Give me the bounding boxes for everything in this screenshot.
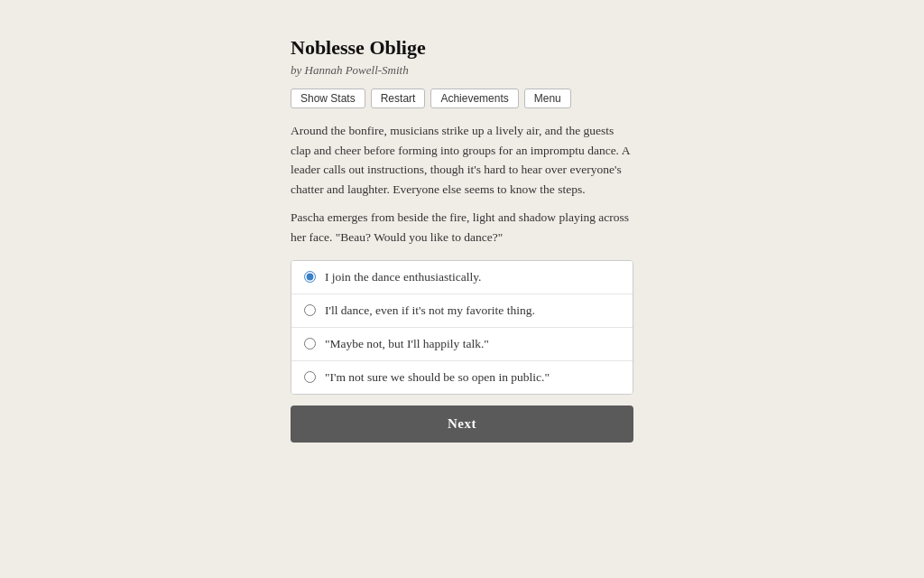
choice-item-3[interactable]: "Maybe not, but I'll happily talk." — [291, 328, 633, 361]
choice-label-4: "I'm not sure we should be so open in pu… — [325, 370, 550, 385]
choice-radio-4[interactable] — [304, 371, 316, 383]
choice-item-2[interactable]: I'll dance, even if it's not my favorite… — [291, 294, 633, 328]
page-container: Noblesse Oblige by Hannah Powell-Smith S… — [0, 0, 924, 479]
story-paragraph-2: Pascha emerges from beside the fire, lig… — [291, 208, 633, 247]
story-title: Noblesse Oblige — [291, 36, 633, 60]
choice-label-3: "Maybe not, but I'll happily talk." — [325, 337, 489, 351]
menu-button[interactable]: Menu — [524, 89, 571, 108]
show-stats-button[interactable]: Show Stats — [291, 89, 365, 108]
choices-box: I join the dance enthusiastically. I'll … — [291, 260, 633, 395]
story-author: by Hannah Powell-Smith — [291, 63, 633, 78]
choice-label-2: I'll dance, even if it's not my favorite… — [325, 303, 535, 318]
choice-radio-2[interactable] — [304, 304, 316, 316]
choice-radio-3[interactable] — [304, 338, 316, 350]
achievements-button[interactable]: Achievements — [430, 89, 518, 108]
story-paragraph-1: Around the bonfire, musicians strike up … — [291, 121, 633, 199]
choice-label-1: I join the dance enthusiastically. — [325, 270, 481, 284]
choice-item-4[interactable]: "I'm not sure we should be so open in pu… — [291, 361, 633, 394]
choice-radio-1[interactable] — [304, 271, 316, 283]
content-area: Noblesse Oblige by Hannah Powell-Smith S… — [291, 36, 633, 443]
toolbar: Show Stats Restart Achievements Menu — [291, 89, 633, 108]
restart-button[interactable]: Restart — [371, 89, 426, 108]
story-text: Around the bonfire, musicians strike up … — [291, 121, 633, 247]
choice-item-1[interactable]: I join the dance enthusiastically. — [291, 261, 633, 294]
next-button[interactable]: Next — [291, 406, 633, 443]
